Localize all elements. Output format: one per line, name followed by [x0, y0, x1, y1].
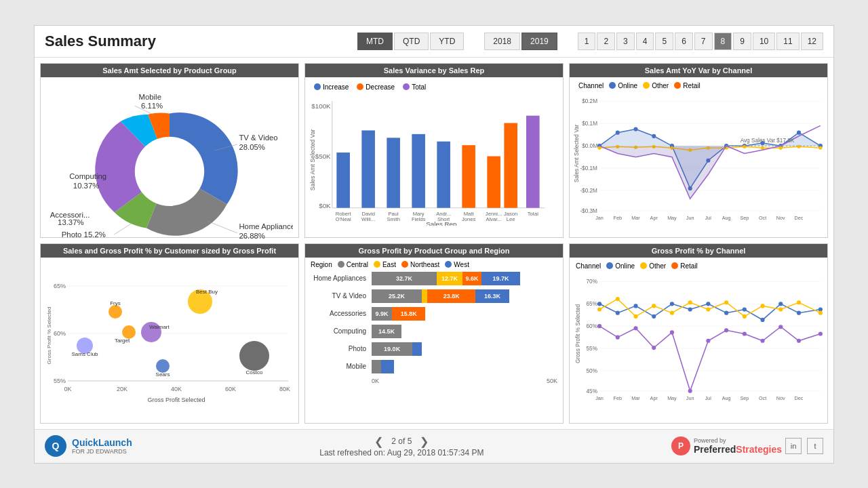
linkedin-icon[interactable]: in — [785, 438, 802, 454]
donut-svg: TV & Video 28.05% Home Appliances 26.88%… — [46, 83, 293, 252]
panel-title-gp-channel: Gross Profit % by Channel — [570, 244, 827, 258]
svg-text:Sales Amt Selected Var: Sales Amt Selected Var — [309, 129, 316, 190]
btn-2018[interactable]: 2018 — [484, 33, 520, 50]
legend-online-yoy: Online — [609, 82, 637, 89]
prev-page-button[interactable]: ❮ — [374, 435, 383, 448]
bar-mary — [412, 134, 425, 207]
page-title: Sales Summary — [45, 33, 344, 50]
logo-area: Q QuickLaunch FOR JD EDWARDS — [45, 435, 132, 457]
bubble-sears — [156, 359, 170, 373]
btn-m11[interactable]: 11 — [776, 33, 799, 50]
panel-title-sales-variance: Sales Variance by Sales Rep — [305, 64, 563, 77]
svg-text:Nov: Nov — [776, 215, 785, 221]
svg-point-68 — [761, 146, 764, 149]
btn-m4[interactable]: 4 — [636, 33, 654, 50]
yoy-content: Channel Online Other Retail — [570, 77, 827, 229]
svg-text:Gross Profit % Selected: Gross Profit % Selected — [46, 306, 52, 364]
svg-text:20K: 20K — [117, 386, 127, 392]
btn-m6[interactable]: 6 — [675, 33, 693, 50]
svg-point-133 — [724, 300, 728, 304]
svg-text:Jun: Jun — [686, 215, 694, 221]
label-sears: Sears — [156, 371, 170, 378]
svg-text:-$0.3M: -$0.3M — [580, 207, 597, 214]
svg-point-135 — [760, 304, 764, 308]
svg-point-67 — [743, 144, 746, 148]
svg-text:Apr: Apr — [650, 215, 658, 221]
btn-m7[interactable]: 7 — [694, 33, 713, 50]
gross-profit-content: Region Central East Northeast — [305, 258, 563, 388]
label-best-buy: Best Buy — [196, 289, 218, 295]
btn-m9[interactable]: 9 — [733, 33, 751, 50]
bar-paul — [387, 138, 400, 207]
svg-point-147 — [743, 331, 747, 336]
btn-m2[interactable]: 2 — [597, 33, 615, 50]
btn-m12[interactable]: 12 — [801, 33, 823, 50]
period-buttons: MTD QTD YTD — [357, 33, 464, 50]
svg-point-126 — [597, 307, 601, 311]
svg-text:60%: 60% — [54, 330, 66, 337]
btn-m3[interactable]: 3 — [616, 33, 635, 50]
svg-text:26.88%: 26.88% — [239, 231, 265, 239]
svg-point-150 — [797, 338, 801, 342]
gp-channel-legend: Channel Online Other Retail — [573, 261, 824, 271]
btn-2019[interactable]: 2019 — [521, 33, 557, 50]
powered-area: P Powered by PreferredStrategies in t — [671, 436, 823, 455]
gp-x-labels: 0K 50K — [311, 378, 557, 384]
bar-david — [361, 130, 375, 207]
svg-text:65%: 65% — [587, 301, 598, 307]
svg-point-131 — [688, 300, 692, 304]
svg-text:65%: 65% — [54, 283, 66, 289]
svg-text:28.05%: 28.05% — [239, 142, 265, 150]
quicklaunch-icon: Q — [45, 435, 66, 457]
btn-m8[interactable]: 8 — [714, 33, 732, 50]
legend-retail-yoy: Retail — [674, 82, 701, 89]
label-costco: Costco — [246, 369, 263, 375]
next-page-button[interactable]: ❯ — [420, 435, 429, 448]
svg-point-139 — [597, 324, 601, 328]
svg-text:Matt: Matt — [464, 210, 475, 216]
svg-text:Feb: Feb — [614, 395, 622, 401]
btn-m10[interactable]: 10 — [753, 33, 775, 50]
main-grid: Sales Amt Selected by Product Group — [35, 58, 833, 429]
gp-row-accessories: Accessories 9.9K 15.8K — [311, 307, 557, 321]
panel-yoy-channel: Sales Amt YoY Var by Channel Channel Onl… — [569, 63, 828, 238]
svg-point-120 — [724, 310, 728, 314]
svg-text:0K: 0K — [64, 386, 71, 392]
svg-text:Gross Profit % Selected: Gross Profit % Selected — [575, 304, 581, 363]
svg-text:$0.1M: $0.1M — [582, 121, 597, 127]
svg-text:-$0.1M: -$0.1M — [580, 165, 597, 171]
svg-text:Alvar...: Alvar... — [486, 216, 502, 222]
twitter-icon[interactable]: t — [807, 438, 823, 454]
svg-text:10.37%: 10.37% — [73, 181, 100, 189]
bubble-target — [122, 325, 136, 339]
svg-point-117 — [670, 302, 674, 306]
svg-point-149 — [778, 325, 783, 329]
btn-mtd[interactable]: MTD — [357, 33, 393, 50]
label-sams-club: Sams Club — [71, 351, 98, 357]
svg-point-116 — [652, 314, 656, 318]
svg-text:80K: 80K — [279, 386, 290, 392]
btn-m5[interactable]: 5 — [655, 33, 673, 50]
btn-qtd[interactable]: QTD — [394, 33, 429, 50]
gp-channel-content: Channel Online Other Retail — [570, 258, 827, 409]
svg-point-115 — [633, 304, 637, 308]
svg-point-136 — [778, 307, 783, 311]
svg-text:Jenni...: Jenni... — [486, 210, 502, 216]
btn-m1[interactable]: 1 — [578, 33, 596, 50]
label-home-app: Home Appliances — [239, 222, 293, 230]
svg-text:60%: 60% — [587, 323, 598, 329]
btn-ytd[interactable]: YTD — [430, 33, 464, 50]
svg-text:Nov: Nov — [776, 395, 785, 401]
channel-label: Channel — [578, 82, 604, 89]
line-gp-retail — [599, 326, 821, 391]
svg-text:Gross Profit Selected: Gross Profit Selected — [147, 396, 205, 403]
legend-dot-decrease — [357, 83, 363, 90]
svg-text:-$0.2M: -$0.2M — [580, 188, 597, 194]
avg-label: Avg Sales Var $17.8K — [741, 138, 795, 144]
refresh-text: Last refreshed on: Aug 29, 2018 01:57:34… — [132, 448, 671, 458]
svg-text:$100K: $100K — [311, 102, 331, 109]
svg-text:Total: Total — [528, 210, 538, 216]
sales-variance-legend: Increase Decrease Total — [309, 81, 559, 94]
panel-title-product-group: Sales Amt Selected by Product Group — [41, 64, 298, 77]
svg-text:55%: 55% — [54, 378, 66, 384]
